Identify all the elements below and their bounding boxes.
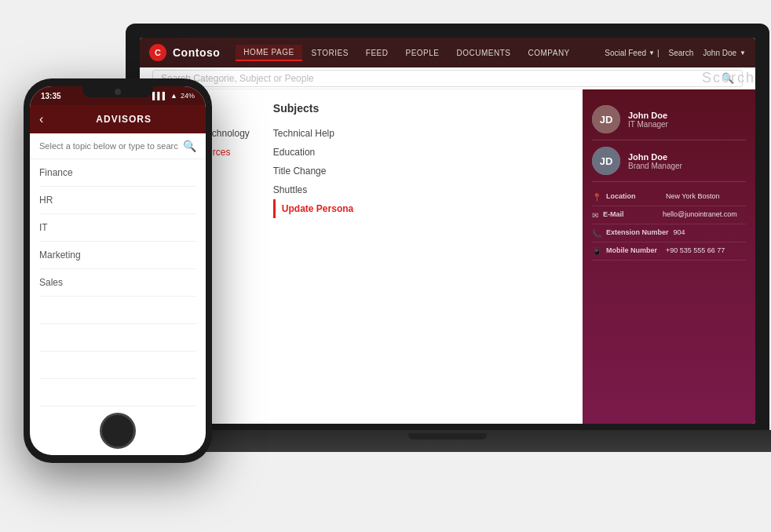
subject-item[interactable]: Education	[273, 143, 353, 162]
brand-name: Contoso	[173, 46, 220, 59]
nav-search-button[interactable]: Search	[669, 49, 694, 57]
person-info-2: John Doe Brand Manager	[628, 152, 682, 170]
phone-camera	[115, 89, 121, 95]
nav-home[interactable]: HOME PAGE	[236, 45, 301, 61]
social-feed-button[interactable]: Social Feed ▼ |	[605, 49, 659, 57]
avatar-1: JD	[592, 105, 620, 133]
extension-icon: 📞	[592, 229, 601, 238]
back-button[interactable]: ‹	[39, 112, 43, 126]
list-item-empty: -	[39, 352, 196, 379]
nav-stories[interactable]: STORIES	[304, 46, 356, 60]
nav-company[interactable]: COMPANY	[520, 46, 577, 60]
brand-logo: C Contoso	[149, 44, 220, 61]
laptop-content-area: Categories Information Technology Human …	[140, 89, 755, 424]
detail-location: 📍 Location New York Boston	[592, 188, 746, 206]
extension-label: Extension Number	[606, 228, 669, 236]
laptop-screen: C Contoso HOME PAGE STORIES FEED PEOPLE …	[140, 38, 755, 424]
laptop-device: C Contoso HOME PAGE STORIES FEED PEOPLE …	[126, 24, 769, 494]
nav-people[interactable]: PEOPLE	[397, 46, 447, 60]
list-item[interactable]: Sales	[39, 269, 196, 297]
phone-screen: 13:35 ▌▌▌ ▲ 24% ‹ ADVISORS 🔍 Finance	[30, 86, 206, 455]
detail-email: ✉ E-Mail hello@junointranet.com	[592, 206, 746, 224]
person-name-1: John Doe	[628, 111, 668, 120]
phone-advisor-list: Finance HR IT Marketing Sales - - - -	[30, 159, 206, 406]
nav-feed[interactable]: FEED	[358, 46, 396, 60]
person-role-2: Brand Manager	[628, 162, 682, 170]
list-item[interactable]: Marketing	[39, 242, 196, 269]
location-label: Location	[606, 192, 661, 200]
person-info-1: John Doe IT Manager	[628, 111, 668, 129]
subject-item[interactable]: Technical Help	[273, 124, 353, 143]
phone-search-row[interactable]: 🔍	[30, 133, 206, 159]
user-menu[interactable]: John Doe ▼	[703, 49, 746, 57]
signal-icon: ▌▌▌	[152, 92, 167, 100]
laptop-notch	[408, 433, 487, 439]
nav-documents[interactable]: DOCUMENTS	[449, 46, 519, 60]
status-icons: ▌▌▌ ▲ 24%	[152, 92, 195, 100]
list-item-empty: -	[39, 324, 196, 352]
laptop-navbar: C Contoso HOME PAGE STORIES FEED PEOPLE …	[140, 38, 755, 67]
subjects-list: Technical Help Education Title Change Sh…	[273, 124, 353, 218]
email-icon: ✉	[592, 211, 598, 220]
subjects-section: Subjects Technical Help Education Title …	[273, 102, 353, 218]
status-time: 13:35	[41, 92, 61, 100]
phone-home-button[interactable]	[100, 413, 136, 449]
mobile-icon: 📱	[592, 247, 601, 256]
detail-mobile: 📱 Mobile Number +90 535 555 66 77	[592, 242, 746, 261]
person-card-1[interactable]: JD John Doe IT Manager	[592, 99, 746, 140]
email-label: E-Mail	[603, 210, 658, 218]
person-role-1: IT Manager	[628, 120, 668, 129]
list-item[interactable]: HR	[39, 187, 196, 214]
phone-app-header: ‹ ADVISORS	[30, 105, 206, 133]
subject-item[interactable]: Shuttles	[273, 180, 353, 199]
detail-extension: 📞 Extension Number 904	[592, 224, 746, 242]
logo-icon: C	[149, 44, 166, 61]
mobile-value: +90 535 555 66 77	[666, 246, 725, 254]
right-sidebar: JD John Doe IT Manager JD	[583, 89, 755, 424]
subjects-title: Subjects	[273, 102, 353, 115]
list-item[interactable]: Finance	[39, 159, 196, 187]
person-name-2: John Doe	[628, 152, 682, 162]
search-header: Search Categorie, Subject or People 🔍	[140, 67, 755, 89]
list-item-empty: -	[39, 379, 196, 406]
laptop-bezel: C Contoso HOME PAGE STORIES FEED PEOPLE …	[126, 24, 769, 432]
phone-search-input[interactable]	[39, 141, 178, 151]
extension-value: 904	[674, 228, 685, 236]
wifi-icon: ▲	[170, 92, 177, 100]
search-bar[interactable]: Search Categorie, Subject or People 🔍	[152, 70, 743, 87]
list-item-empty: -	[39, 297, 196, 324]
person-card-2[interactable]: JD John Doe Brand Manager	[592, 140, 746, 182]
phone-screen-title: ADVISORS	[51, 114, 196, 125]
location-icon: 📍	[592, 193, 601, 202]
subject-item[interactable]: Update Persona	[273, 199, 353, 218]
watermark-label: Scorch	[702, 70, 755, 86]
list-item[interactable]: IT	[39, 214, 196, 242]
avatar-2: JD	[592, 147, 620, 175]
mobile-label: Mobile Number	[606, 246, 661, 254]
nav-right-section: Social Feed ▼ | Search John Doe ▼	[605, 49, 746, 57]
location-value: New York Boston	[666, 192, 720, 200]
phone-device: 13:35 ▌▌▌ ▲ 24% ‹ ADVISORS 🔍 Finance	[24, 78, 212, 463]
phone-search-icon: 🔍	[183, 140, 196, 152]
phone-body: 13:35 ▌▌▌ ▲ 24% ‹ ADVISORS 🔍 Finance	[24, 78, 212, 463]
contact-details: 📍 Location New York Boston ✉ E-Mail hell…	[592, 188, 746, 261]
nav-items: HOME PAGE STORIES FEED PEOPLE DOCUMENTS …	[236, 45, 605, 61]
email-value: hello@junointranet.com	[663, 210, 737, 218]
subject-item[interactable]: Title Change	[273, 162, 353, 180]
categories-subjects-section: Categories Information Technology Human …	[152, 102, 570, 218]
battery-icon: 24%	[181, 92, 195, 100]
